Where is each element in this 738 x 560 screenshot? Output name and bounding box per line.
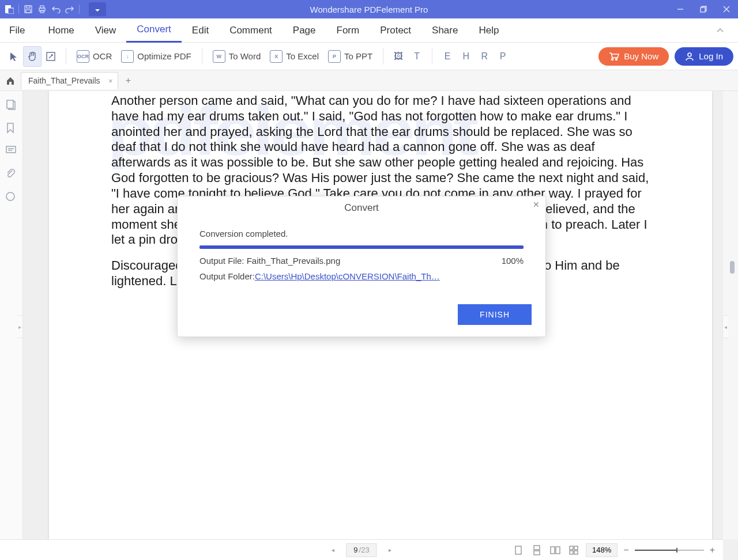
redo-icon[interactable] bbox=[64, 3, 76, 15]
save-icon[interactable] bbox=[22, 3, 34, 15]
ocr-button[interactable]: OCROCR bbox=[72, 46, 116, 67]
zoom-out-button[interactable]: − bbox=[623, 545, 628, 555]
menubar: File Home View Convert Edit Comment Page… bbox=[0, 18, 738, 43]
menu-comment[interactable]: Comment bbox=[219, 18, 283, 43]
svg-rect-1 bbox=[8, 8, 14, 14]
to-epub-icon[interactable]: E bbox=[438, 46, 457, 67]
optimize-pdf-button[interactable]: ↓Optimize PDF bbox=[116, 46, 195, 67]
edit-tool-icon[interactable] bbox=[42, 46, 60, 67]
svg-rect-3 bbox=[27, 6, 30, 8]
ocr-icon: OCR bbox=[77, 50, 89, 63]
dialog-title: Convert bbox=[178, 196, 545, 218]
collapse-ribbon-icon[interactable] bbox=[708, 28, 732, 33]
titlebar: Wondershare PDFelement Pro bbox=[0, 0, 738, 18]
to-ppt-button[interactable]: PTo PPT bbox=[323, 46, 377, 67]
svg-rect-7 bbox=[40, 10, 44, 13]
attachments-icon[interactable] bbox=[5, 168, 18, 181]
svg-rect-27 bbox=[574, 551, 578, 554]
menu-form[interactable]: Form bbox=[326, 18, 370, 43]
output-folder-link[interactable]: C:\Users\Hp\Desktop\cONVERSION\Faith_Th… bbox=[255, 271, 440, 281]
prev-page-button[interactable]: ◂ bbox=[327, 547, 338, 553]
menu-home[interactable]: Home bbox=[37, 18, 84, 43]
thumbnails-icon[interactable] bbox=[5, 99, 18, 112]
optimize-icon: ↓ bbox=[121, 50, 134, 63]
document-tab[interactable]: Faith_That_Prevails × bbox=[21, 72, 118, 89]
right-panel-collapse-icon[interactable]: ◂ bbox=[722, 315, 728, 338]
zoom-level[interactable]: 148% bbox=[586, 543, 617, 557]
cart-icon bbox=[609, 52, 619, 61]
tab-close-icon[interactable]: × bbox=[108, 77, 113, 85]
window-title: Wondershare PDFelement Pro bbox=[310, 5, 428, 14]
page-total: /23 bbox=[359, 546, 370, 554]
to-text-icon[interactable]: T bbox=[408, 46, 426, 67]
word-icon: W bbox=[213, 50, 225, 63]
to-rtf-icon[interactable]: R bbox=[475, 46, 494, 67]
search-panel-icon[interactable] bbox=[5, 191, 18, 204]
to-word-button[interactable]: WTo Word bbox=[208, 46, 266, 67]
login-button[interactable]: Log In bbox=[675, 47, 733, 66]
menu-page[interactable]: Page bbox=[283, 18, 326, 43]
tab-home-icon[interactable] bbox=[0, 75, 21, 86]
progress-percent: 100% bbox=[502, 256, 524, 266]
zoom-in-button[interactable]: + bbox=[710, 545, 715, 555]
new-tab-button[interactable]: + bbox=[122, 75, 135, 86]
svg-rect-23 bbox=[556, 547, 560, 554]
menu-help[interactable]: Help bbox=[468, 18, 509, 43]
maximize-button[interactable] bbox=[692, 0, 715, 18]
status-bar: ◂ 9 /23 ▸ 148% − + bbox=[0, 539, 723, 560]
svg-rect-21 bbox=[534, 551, 540, 555]
svg-point-15 bbox=[688, 53, 691, 56]
undo-icon[interactable] bbox=[50, 3, 62, 15]
menu-protect[interactable]: Protect bbox=[370, 18, 421, 43]
bookmarks-icon[interactable] bbox=[5, 122, 18, 135]
menu-view[interactable]: View bbox=[85, 18, 127, 43]
progress-bar bbox=[199, 245, 524, 249]
svg-rect-4 bbox=[26, 10, 31, 13]
svg-point-14 bbox=[616, 58, 617, 60]
menu-convert[interactable]: Convert bbox=[126, 18, 182, 43]
minimize-button[interactable] bbox=[669, 0, 692, 18]
buy-now-button[interactable]: Buy Now bbox=[598, 47, 669, 66]
user-icon bbox=[685, 52, 694, 61]
svg-rect-9 bbox=[701, 7, 705, 12]
svg-rect-26 bbox=[570, 551, 573, 554]
dialog-close-icon[interactable]: ✕ bbox=[533, 200, 540, 209]
to-image-icon[interactable]: 🖼 bbox=[389, 46, 408, 67]
svg-rect-25 bbox=[574, 546, 578, 550]
to-html-icon[interactable]: H bbox=[457, 46, 475, 67]
grid-view-icon[interactable] bbox=[567, 544, 580, 557]
hand-tool-icon[interactable] bbox=[23, 46, 42, 67]
single-page-view-icon[interactable] bbox=[512, 544, 525, 557]
document-tabstrip: Faith_That_Prevails × + bbox=[0, 70, 738, 91]
svg-rect-24 bbox=[570, 546, 573, 550]
next-page-button[interactable]: ▸ bbox=[385, 547, 396, 553]
menu-share[interactable]: Share bbox=[421, 18, 468, 43]
svg-rect-19 bbox=[515, 546, 521, 554]
finish-button[interactable]: FINISH bbox=[458, 304, 532, 325]
comments-icon[interactable] bbox=[5, 145, 18, 158]
page-number-input[interactable]: 9 /23 bbox=[346, 543, 376, 557]
sidebar-expand-icon[interactable]: ▸ bbox=[17, 315, 23, 338]
svg-rect-6 bbox=[40, 6, 44, 8]
svg-point-13 bbox=[612, 58, 613, 60]
select-tool-icon[interactable] bbox=[5, 46, 23, 67]
menu-file[interactable]: File bbox=[6, 18, 37, 43]
quick-access-dropdown[interactable] bbox=[89, 2, 106, 16]
continuous-view-icon[interactable] bbox=[530, 544, 543, 557]
to-pdfa-icon[interactable]: P bbox=[494, 46, 512, 67]
left-sidebar: ▸ bbox=[0, 91, 23, 539]
zoom-slider[interactable] bbox=[635, 550, 704, 551]
conversion-status: Conversion completed. bbox=[199, 229, 524, 239]
output-folder-label: Output Folder: bbox=[199, 271, 255, 281]
to-excel-button[interactable]: XTo Excel bbox=[265, 46, 323, 67]
close-button[interactable] bbox=[715, 0, 738, 18]
vertical-scrollbar[interactable]: ◂ bbox=[723, 91, 738, 539]
ribbon-toolbar: OCROCR ↓Optimize PDF WTo Word XTo Excel … bbox=[0, 43, 738, 70]
svg-rect-16 bbox=[7, 100, 13, 108]
scrollbar-thumb[interactable] bbox=[730, 261, 735, 274]
svg-rect-20 bbox=[534, 546, 540, 550]
convert-dialog: Convert ✕ Conversion completed. Output F… bbox=[177, 196, 546, 337]
two-page-view-icon[interactable] bbox=[549, 544, 562, 557]
menu-edit[interactable]: Edit bbox=[182, 18, 219, 43]
print-icon[interactable] bbox=[36, 3, 48, 15]
